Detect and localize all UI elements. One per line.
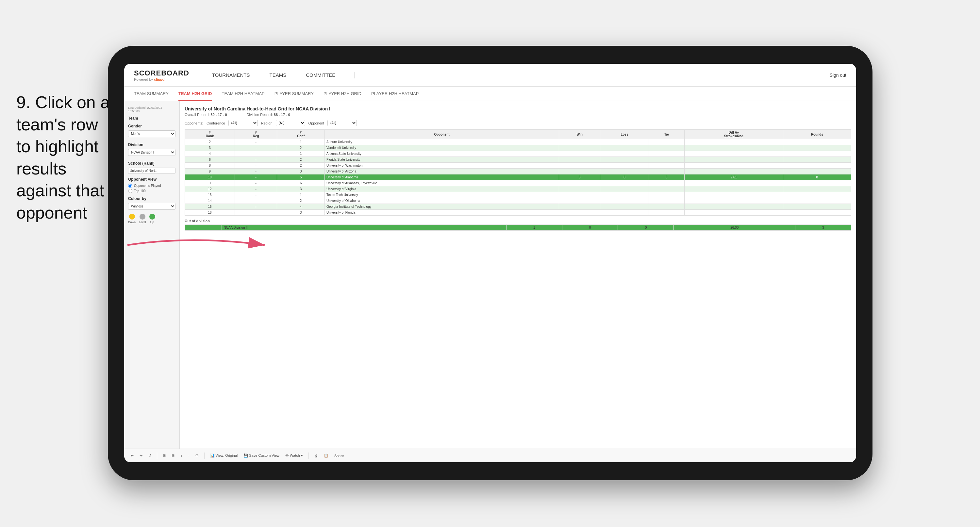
tab-player-summary[interactable]: PLAYER SUMMARY: [275, 87, 314, 101]
cell-0-7: [684, 139, 783, 145]
gender-dropdown[interactable]: Men's: [128, 131, 175, 137]
table-row[interactable]: 10-5University of Alabama3002.618: [185, 175, 851, 180]
opponent-filter[interactable]: (All): [328, 120, 357, 126]
zoom-fit-btn[interactable]: +: [179, 453, 184, 459]
table-row[interactable]: 15-4Georgia Institute of Technology: [185, 204, 851, 210]
tab-team-h2h-heatmap[interactable]: TEAM H2H HEATMAP: [222, 87, 265, 101]
cell-0-2: 1: [277, 139, 325, 145]
left-sidebar: Last Updated: 27/03/2024 16:55:38 Team G…: [124, 101, 180, 449]
cell-8-2: 3: [277, 186, 325, 192]
tab-team-h2h-grid[interactable]: TEAM H2H GRID: [178, 87, 212, 101]
copy-btn[interactable]: 📋: [322, 453, 330, 459]
save-custom-view-btn[interactable]: 💾 Save Custom View: [242, 453, 281, 459]
nav-item-tournaments[interactable]: TOURNAMENTS: [209, 64, 253, 86]
table-row[interactable]: 11-6University of Arkansas, Fayetteville: [185, 180, 851, 186]
clock-btn[interactable]: ◷: [194, 453, 200, 459]
table-row[interactable]: 13-1Texas Tech University: [185, 192, 851, 198]
colour-down: Down: [128, 214, 135, 224]
cell-6-4: 3: [559, 175, 600, 180]
conference-filter[interactable]: (All): [228, 120, 258, 126]
opponent-view-group: Opponents Played Top 100: [128, 184, 175, 193]
cell-11-6: [649, 204, 684, 210]
refresh-btn[interactable]: ↺: [147, 453, 153, 459]
cell-4-8: [783, 163, 851, 169]
cell-3-0: 6: [185, 157, 235, 163]
step-text: Click on a team's row to highlight resul…: [16, 93, 110, 222]
table-row[interactable]: 6-2Florida State University: [185, 157, 851, 163]
cell-3-4: [559, 157, 600, 163]
col-rounds: Rounds: [783, 130, 851, 139]
table-row[interactable]: 4-1Arizona State University: [185, 151, 851, 157]
cell-1-3: Vanderbilt University: [325, 145, 559, 151]
table-row[interactable]: 12-3University of Virginia: [185, 186, 851, 192]
nav-item-committee[interactable]: COMMITTEE: [302, 64, 339, 86]
cell-12-0: 16: [185, 210, 235, 216]
undo-btn[interactable]: ↩: [129, 453, 135, 459]
ood-diff: 26.00: [674, 225, 795, 231]
table-row[interactable]: 14-2University of Oklahoma: [185, 198, 851, 204]
table-row[interactable]: 9-3University of Arizona: [185, 169, 851, 175]
cell-2-0: 4: [185, 151, 235, 157]
dot-btn[interactable]: ·: [186, 453, 191, 459]
cell-0-4: [559, 139, 600, 145]
cell-9-1: -: [235, 192, 277, 198]
print-btn[interactable]: 🖨: [313, 453, 320, 459]
cell-12-2: 3: [277, 210, 325, 216]
zoom-out-btn[interactable]: ⊟: [170, 453, 176, 459]
cell-7-0: 11: [185, 180, 235, 186]
cell-6-7: 2.61: [684, 175, 783, 180]
tab-player-h2h-heatmap[interactable]: PLAYER H2H HEATMAP: [371, 87, 418, 101]
table-row[interactable]: 3-2Vanderbilt University: [185, 145, 851, 151]
radio-opponents-played[interactable]: Opponents Played: [128, 184, 175, 188]
cell-12-7: [684, 210, 783, 216]
nav-item-teams[interactable]: TEAMS: [266, 64, 290, 86]
ood-division: [185, 225, 222, 231]
share-btn[interactable]: Share: [332, 453, 345, 459]
watch-btn[interactable]: 👁 Watch ▾: [284, 453, 305, 459]
colour-by-dropdown[interactable]: Win/loss: [128, 203, 175, 210]
cell-12-4: [559, 210, 600, 216]
cell-5-5: [600, 169, 649, 175]
cell-9-4: [559, 192, 600, 198]
cell-4-4: [559, 163, 600, 169]
table-row[interactable]: 16-3University of Florida: [185, 210, 851, 216]
cell-7-4: [559, 180, 600, 186]
cell-0-6: [649, 139, 684, 145]
sign-out-link[interactable]: Sign out: [830, 73, 846, 78]
cell-3-7: [684, 157, 783, 163]
cell-10-2: 2: [277, 198, 325, 204]
division-dropdown[interactable]: NCAA Division I: [128, 149, 175, 156]
opponent-view-label: Opponent View: [128, 177, 175, 182]
col-opponent: Opponent: [325, 130, 559, 139]
table-row[interactable]: 2-1Auburn University: [185, 139, 851, 145]
cell-12-8: [783, 210, 851, 216]
cell-8-3: University of Virginia: [325, 186, 559, 192]
region-filter[interactable]: (All): [276, 120, 305, 126]
table-row[interactable]: 8-2University of Washington: [185, 163, 851, 169]
cell-11-4: [559, 204, 600, 210]
cell-6-1: -: [235, 175, 277, 180]
redo-btn[interactable]: ↪: [138, 453, 144, 459]
cell-7-3: University of Arkansas, Fayetteville: [325, 180, 559, 186]
division-label: Division: [128, 142, 175, 147]
cell-9-2: 1: [277, 192, 325, 198]
col-win: Win: [559, 130, 600, 139]
tab-team-summary[interactable]: TEAM SUMMARY: [134, 87, 169, 101]
tab-player-h2h-grid[interactable]: PLAYER H2H GRID: [323, 87, 361, 101]
cell-8-4: [559, 186, 600, 192]
cell-8-0: 12: [185, 186, 235, 192]
radio-top-100[interactable]: Top 100: [128, 189, 175, 193]
logo-area: SCOREBOARD Powered by clippd: [134, 69, 189, 81]
out-of-division-row[interactable]: NCAA Division II 1 0 0 26.00 3: [185, 225, 851, 231]
cell-5-4: [559, 169, 600, 175]
cell-4-5: [600, 163, 649, 169]
cell-5-1: -: [235, 169, 277, 175]
cell-6-5: 0: [600, 175, 649, 180]
col-reg: #Reg: [235, 130, 277, 139]
zoom-in-btn[interactable]: ⊞: [161, 453, 167, 459]
view-original-btn[interactable]: 📊 View: Original: [208, 453, 240, 459]
cell-12-1: -: [235, 210, 277, 216]
toolbar-sep-2: [204, 452, 205, 459]
school-box[interactable]: University of Nort...: [128, 167, 175, 174]
cell-10-6: [649, 198, 684, 204]
